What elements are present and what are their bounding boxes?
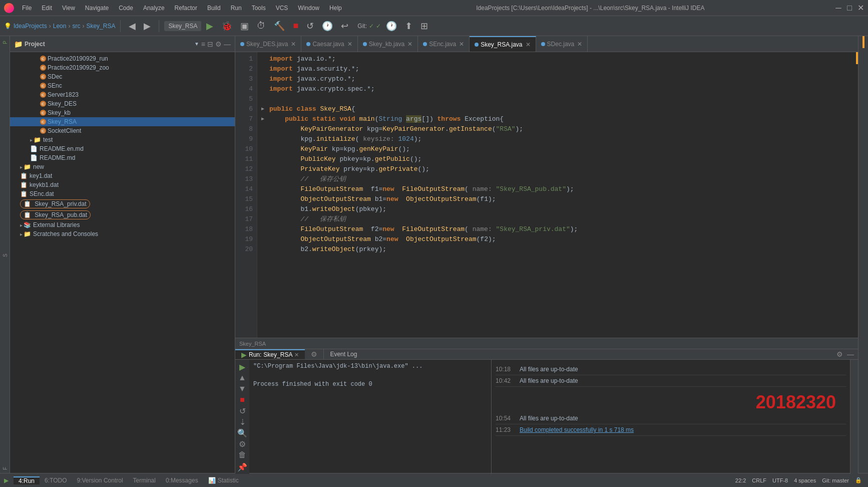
git-checkmark-2[interactable]: ✓: [376, 23, 381, 30]
tree-item-external-libs[interactable]: ▸ 📚 External Libraries: [10, 220, 235, 229]
coverage-button[interactable]: ▣: [237, 19, 252, 33]
run-config-selector[interactable]: Skey_RSA: [164, 21, 201, 31]
tree-item-practice-zoo[interactable]: C Practice20190929_zoo: [10, 63, 235, 72]
menu-help[interactable]: Help: [325, 4, 346, 13]
breadcrumb-leon[interactable]: Leon: [53, 23, 67, 30]
menu-tools[interactable]: Tools: [248, 4, 270, 13]
tree-item-senc[interactable]: C SEnc: [10, 81, 235, 90]
menu-refactor[interactable]: Refactor: [171, 4, 201, 13]
run-pin-btn[interactable]: 📌: [237, 462, 247, 472]
event-link[interactable]: Build completed successfully in 1 s 718 …: [520, 426, 634, 433]
bottom-tab-terminal[interactable]: Terminal: [128, 476, 161, 484]
tree-item-skey-rsa-priv[interactable]: 📋 Skey_RSA_priv.dat: [10, 198, 235, 209]
stop-button[interactable]: ■: [290, 19, 301, 33]
tree-item-skey-kb[interactable]: C Skey_kb: [10, 108, 235, 117]
run-filter-btn[interactable]: 🔍: [237, 428, 247, 438]
tree-item-skey-rsa-pub[interactable]: 📋 Skey_RSA_pub.dat: [10, 209, 235, 220]
tab-close[interactable]: ✕: [459, 41, 464, 48]
bottom-tab-run[interactable]: ▶ Run: Skey_RSA ✕: [235, 349, 305, 359]
tree-item-test[interactable]: ▸ 📁 test: [10, 135, 235, 144]
forward-button[interactable]: ▶: [141, 19, 154, 33]
event-log-entry-4[interactable]: 11:23 Build completed successfully in 1 …: [496, 424, 846, 436]
project-icon[interactable]: P: [1, 38, 10, 47]
tab-senc[interactable]: SEnc.java ✕: [418, 36, 470, 52]
bottom-tab-run-active[interactable]: 4: Run: [14, 476, 40, 484]
tab-close[interactable]: ✕: [526, 41, 531, 48]
git-checkmark-1[interactable]: ✓: [369, 23, 374, 30]
bottom-tab-vcs[interactable]: 9: Version Control: [72, 476, 128, 484]
breadcrumb-project[interactable]: IdeaProjects: [14, 23, 47, 30]
run-tab-close[interactable]: ✕: [294, 352, 299, 358]
tab-sdec[interactable]: SDec.java ✕: [536, 36, 588, 52]
run-status-indicator[interactable]: ▶: [0, 477, 14, 484]
run-scroll-btn[interactable]: ⇣: [237, 417, 247, 427]
breadcrumb-src[interactable]: src: [72, 23, 80, 30]
tree-item-socket-client[interactable]: C SocketClient: [10, 126, 235, 135]
status-encoding[interactable]: UTF-8: [772, 477, 788, 483]
tab-close[interactable]: ✕: [407, 41, 412, 48]
history-button[interactable]: 🕐: [319, 19, 336, 33]
project-panel-options[interactable]: ≡: [201, 40, 205, 48]
tab-caesar[interactable]: Caesar.java ✕: [301, 36, 357, 52]
run-down-btn[interactable]: ▼: [237, 384, 247, 394]
menu-navigate[interactable]: Navigate: [81, 4, 113, 13]
bottom-minimize-icon[interactable]: —: [847, 350, 854, 358]
menu-file[interactable]: File: [18, 4, 36, 13]
menu-view[interactable]: View: [58, 4, 79, 13]
build-button[interactable]: 🔨: [271, 19, 288, 33]
menu-analyze[interactable]: Analyze: [139, 4, 169, 13]
status-indent[interactable]: 4 spaces: [794, 477, 816, 483]
project-panel-collapse[interactable]: ⊟: [207, 40, 213, 48]
tree-item-practice-run[interactable]: C Practice20190929_run: [10, 54, 235, 63]
run-up-btn[interactable]: ▲: [237, 373, 247, 383]
run-button[interactable]: ▶: [203, 19, 216, 33]
tab-close[interactable]: ✕: [347, 41, 352, 48]
menu-build[interactable]: Build: [203, 4, 225, 13]
git-push-button[interactable]: ⬆: [402, 19, 415, 33]
run-rerun-btn[interactable]: ↺: [237, 406, 247, 416]
tree-item-keykb1[interactable]: 📋 keykb1.dat: [10, 180, 235, 189]
project-panel-settings[interactable]: ⚙: [215, 40, 222, 48]
breadcrumb-file[interactable]: Skey_RSA: [86, 23, 115, 30]
status-vcs[interactable]: Git: master: [822, 477, 849, 483]
menu-run[interactable]: Run: [227, 4, 246, 13]
profile-button[interactable]: ⏱: [254, 19, 269, 33]
tree-item-readme[interactable]: 📄 README.md: [10, 153, 235, 162]
rollback-button[interactable]: ↩: [338, 19, 351, 33]
git-history-button[interactable]: 🕐: [383, 19, 400, 33]
tab-skey-rsa[interactable]: Skey_RSA.java ✕: [470, 36, 536, 52]
menu-edit[interactable]: Edit: [38, 4, 56, 13]
tree-item-readme-en[interactable]: 📄 README.en.md: [10, 144, 235, 153]
project-panel-close[interactable]: —: [224, 40, 231, 48]
close-button[interactable]: ✕: [857, 5, 864, 12]
minimize-button[interactable]: ─: [835, 5, 842, 12]
tab-close[interactable]: ✕: [577, 41, 582, 48]
tree-item-senc-dat[interactable]: 📋 SEnc.dat: [10, 189, 235, 198]
tree-item-sdec[interactable]: C SDec: [10, 72, 235, 81]
bottom-tab-todo[interactable]: 6: TODO: [40, 476, 72, 484]
structure-icon[interactable]: S: [1, 251, 10, 260]
vcs-toolbar-button[interactable]: ⊞: [417, 19, 431, 33]
tree-item-server[interactable]: C Server1823: [10, 90, 235, 99]
menu-window[interactable]: Window: [294, 4, 323, 13]
menu-bar[interactable]: File Edit View Navigate Code Analyze Ref…: [18, 4, 346, 13]
run-trash-btn[interactable]: 🗑: [237, 450, 247, 460]
code-content[interactable]: import java.io.*; import java.security.*…: [257, 52, 848, 338]
tree-item-skey-des[interactable]: C Skey_DES: [10, 99, 235, 108]
bottom-tab-statistic[interactable]: 📊 Statistic: [203, 476, 244, 484]
tree-item-skey-rsa[interactable]: C Skey_RSA: [10, 117, 235, 126]
favorites-icon[interactable]: F: [1, 464, 10, 473]
menu-code[interactable]: Code: [115, 4, 137, 13]
rerun-button[interactable]: ↺: [303, 19, 317, 33]
tree-item-key1[interactable]: 📋 key1.dat: [10, 171, 235, 180]
bottom-gear-icon[interactable]: ⚙: [836, 350, 843, 358]
maximize-button[interactable]: □: [846, 5, 853, 12]
tab-skey-des[interactable]: Skey_DES.java ✕: [235, 36, 301, 52]
back-button[interactable]: ◀: [126, 19, 139, 33]
event-log-scrollbar[interactable]: [850, 360, 858, 474]
menu-vcs[interactable]: VCS: [272, 4, 292, 13]
tree-item-new[interactable]: ▸ 📁 new: [10, 162, 235, 171]
debug-button[interactable]: 🐞: [218, 19, 235, 33]
tab-skey-kb[interactable]: Skey_kb.java ✕: [358, 36, 418, 52]
bottom-tab-event-log-right[interactable]: Event Log: [324, 349, 363, 359]
